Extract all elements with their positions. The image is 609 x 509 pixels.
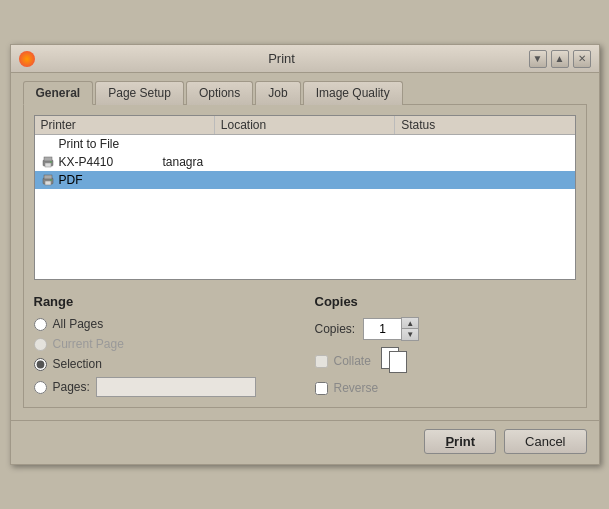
printer-icon-0 xyxy=(41,137,55,151)
printer-name-2: PDF xyxy=(59,173,159,187)
range-title: Range xyxy=(34,294,295,309)
svg-rect-6 xyxy=(45,181,51,185)
minimize-button[interactable]: ▼ xyxy=(529,50,547,68)
spinner-buttons: ▲ ▼ xyxy=(401,317,419,341)
radio-pages[interactable] xyxy=(34,381,47,394)
printer-location-1: tanagra xyxy=(163,155,243,169)
reverse-checkbox[interactable] xyxy=(315,382,328,395)
print-button[interactable]: Print xyxy=(424,429,496,454)
range-selection[interactable]: Selection xyxy=(34,357,295,371)
collate-checkbox[interactable] xyxy=(315,355,328,368)
tab-options[interactable]: Options xyxy=(186,81,253,105)
header-printer: Printer xyxy=(35,116,215,134)
pages-input[interactable] xyxy=(96,377,256,397)
copies-group: Copies: 1 ▲ ▼ xyxy=(315,317,576,395)
copies-title: Copies xyxy=(315,294,576,309)
printer-list-header: Printer Location Status xyxy=(35,116,575,135)
table-row[interactable]: PDF xyxy=(35,171,575,189)
title-bar: Print ▼ ▲ ✕ xyxy=(11,45,599,73)
tab-image-quality[interactable]: Image Quality xyxy=(303,81,403,105)
maximize-button[interactable]: ▲ xyxy=(551,50,569,68)
radio-selection[interactable] xyxy=(34,358,47,371)
bottom-sections: Range All Pages Current Page Selectio xyxy=(34,294,576,397)
main-content: General Page Setup Options Job Image Qua… xyxy=(11,73,599,420)
radio-all-pages[interactable] xyxy=(34,318,47,331)
spin-down-button[interactable]: ▼ xyxy=(402,329,418,340)
print-dialog: Print ▼ ▲ ✕ General Page Setup Options J… xyxy=(10,44,600,465)
copies-spinner: 1 ▲ ▼ xyxy=(363,317,419,341)
collate-checkbox-label[interactable]: Collate xyxy=(315,354,371,368)
range-section: Range All Pages Current Page Selectio xyxy=(34,294,295,397)
printer-name-1: KX-P4410 xyxy=(59,155,159,169)
collate-row: Collate xyxy=(315,347,576,375)
range-current-page[interactable]: Current Page xyxy=(34,337,295,351)
window-controls: ▼ ▲ ✕ xyxy=(529,50,591,68)
cancel-button[interactable]: Cancel xyxy=(504,429,586,454)
header-status: Status xyxy=(395,116,574,134)
svg-point-7 xyxy=(50,179,52,181)
table-row[interactable]: KX-P4410 tanagra xyxy=(35,153,575,171)
radio-current-page[interactable] xyxy=(34,338,47,351)
tab-general[interactable]: General xyxy=(23,81,94,105)
copies-input[interactable]: 1 xyxy=(363,318,401,340)
tab-content-general: Printer Location Status Print to File xyxy=(23,104,587,408)
range-pages-row: Pages: xyxy=(34,377,295,397)
printer-list[interactable]: Printer Location Status Print to File xyxy=(34,115,576,280)
spin-up-button[interactable]: ▲ xyxy=(402,318,418,329)
app-icon xyxy=(19,51,35,67)
dialog-footer: Print Cancel xyxy=(11,420,599,464)
printer-icon-2 xyxy=(41,173,55,187)
svg-point-3 xyxy=(50,161,52,163)
svg-rect-5 xyxy=(44,175,52,179)
range-radio-group: All Pages Current Page Selection Pa xyxy=(34,317,295,397)
collate-icon xyxy=(381,347,409,375)
tab-bar: General Page Setup Options Job Image Qua… xyxy=(23,81,587,105)
svg-rect-2 xyxy=(45,163,51,167)
header-location: Location xyxy=(215,116,395,134)
printer-icon-1 xyxy=(41,155,55,169)
title-bar-left xyxy=(19,51,35,67)
table-row[interactable]: Print to File xyxy=(35,135,575,153)
window-title: Print xyxy=(35,51,529,66)
range-all-pages[interactable]: All Pages xyxy=(34,317,295,331)
copies-label: Copies: xyxy=(315,322,356,336)
close-button[interactable]: ✕ xyxy=(573,50,591,68)
printer-name-0: Print to File xyxy=(59,137,159,151)
svg-rect-1 xyxy=(44,157,52,161)
copies-count-row: Copies: 1 ▲ ▼ xyxy=(315,317,576,341)
tab-page-setup[interactable]: Page Setup xyxy=(95,81,184,105)
copies-section: Copies Copies: 1 ▲ ▼ xyxy=(315,294,576,397)
reverse-checkbox-label[interactable]: Reverse xyxy=(315,381,576,395)
tab-job[interactable]: Job xyxy=(255,81,300,105)
